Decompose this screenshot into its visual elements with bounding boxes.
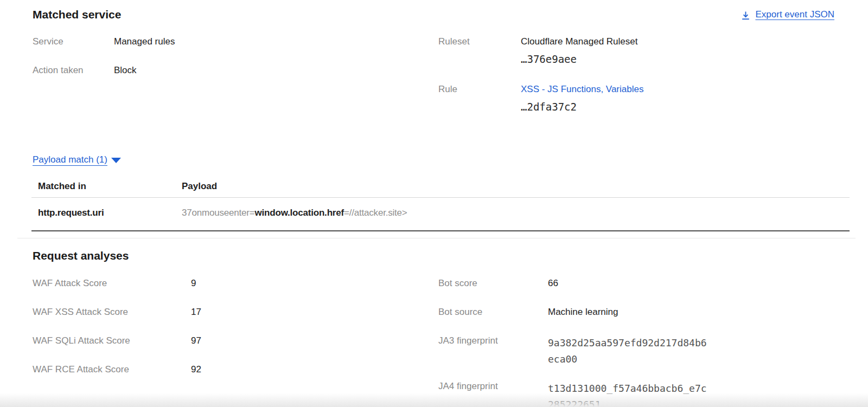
ruleset-row: Ruleset Cloudflare Managed Ruleset …376e…	[438, 36, 850, 66]
rule-row: Rule XSS - JS Functions, Variables …2dfa…	[438, 83, 850, 114]
payload-match-table: Matched in Payload http.request.uri 37on…	[31, 177, 850, 231]
panel-bottom-shadow	[0, 393, 868, 407]
matched-service-section: Service Managed rules Action taken Block…	[0, 36, 868, 131]
waf-sqli-attack-score-value: 97	[191, 335, 201, 347]
waf-xss-attack-score-value: 17	[191, 306, 201, 318]
payload-match-toggle[interactable]: Payload match (1)	[33, 154, 121, 166]
bot-score-row: Bot score 66	[438, 277, 850, 289]
action-taken-row: Action taken Block	[33, 64, 438, 76]
rule-value-block: XSS - JS Functions, Variables …2dfa37c2	[521, 83, 643, 114]
section-divider	[17, 238, 856, 238]
bot-source-row: Bot source Machine learning	[438, 306, 850, 318]
download-icon	[741, 10, 750, 20]
ruleset-name: Cloudflare Managed Ruleset	[521, 36, 637, 48]
service-row: Service Managed rules	[33, 36, 438, 48]
request-analyses-section: WAF Attack Score 9 WAF XSS Attack Score …	[0, 277, 868, 407]
bot-source-label: Bot source	[438, 306, 548, 318]
ja3-fingerprint-row: JA3 fingerprint 9a382d25aa597efd92d217d8…	[438, 335, 850, 367]
waf-sqli-attack-score-label: WAF SQLi Attack Score	[33, 335, 191, 347]
ja3-fingerprint-value: 9a382d25aa597efd92d217d84b6eca00	[548, 335, 709, 367]
payload-highlight: window.location.href	[255, 208, 344, 218]
export-event-json-link[interactable]: Export event JSON	[741, 8, 834, 22]
service-label: Service	[33, 36, 114, 48]
waf-sqli-attack-score-row: WAF SQLi Attack Score 97	[33, 335, 438, 347]
bot-source-value: Machine learning	[548, 306, 618, 318]
waf-rce-attack-score-value: 92	[191, 364, 201, 376]
ja3-fingerprint-label: JA3 fingerprint	[438, 335, 548, 347]
section-title-request-analyses: Request analyses	[33, 248, 868, 263]
export-event-json-label: Export event JSON	[755, 8, 834, 22]
matched-in-value: http.request.uri	[31, 198, 175, 231]
waf-rce-attack-score-label: WAF RCE Attack Score	[33, 364, 191, 376]
waf-attack-score-row: WAF Attack Score 9	[33, 277, 438, 289]
waf-attack-score-label: WAF Attack Score	[33, 277, 191, 289]
payload-table-row: http.request.uri 37onmouseenter=window.l…	[31, 198, 850, 231]
matched-service-right-column: Ruleset Cloudflare Managed Ruleset …376e…	[438, 36, 850, 131]
event-detail-panel: Matched service Export event JSON Servic…	[0, 0, 868, 407]
matched-service-header: Matched service Export event JSON	[0, 0, 868, 22]
matched-in-column-header: Matched in	[31, 177, 175, 198]
bot-score-value: 66	[548, 277, 558, 289]
payload-match-toggle-label: Payload match (1)	[33, 154, 107, 166]
rule-link[interactable]: XSS - JS Functions, Variables	[521, 84, 643, 94]
rule-id: …2dfa37c2	[521, 100, 643, 114]
payload-table-header-row: Matched in Payload	[31, 177, 850, 198]
waf-attack-score-value: 9	[191, 277, 196, 289]
matched-service-left-column: Service Managed rules Action taken Block	[33, 36, 438, 131]
rule-label: Rule	[438, 83, 521, 95]
payload-prefix: 37onmouseenter=	[182, 208, 255, 218]
ja4-fingerprint-label: JA4 fingerprint	[438, 380, 548, 392]
waf-rce-attack-score-row: WAF RCE Attack Score 92	[33, 364, 438, 376]
payload-column-header: Payload	[175, 177, 850, 198]
payload-suffix: =//attacker.site>	[344, 208, 407, 218]
bot-score-label: Bot score	[438, 277, 548, 289]
service-value: Managed rules	[114, 36, 175, 48]
waf-xss-attack-score-row: WAF XSS Attack Score 17	[33, 306, 438, 318]
request-analyses-right-column: Bot score 66 Bot source Machine learning…	[438, 277, 850, 407]
action-taken-label: Action taken	[33, 64, 114, 76]
ruleset-id: …376e9aee	[521, 52, 637, 66]
payload-value: 37onmouseenter=window.location.href=//at…	[175, 198, 850, 231]
caret-down-icon	[111, 158, 121, 163]
ruleset-label: Ruleset	[438, 36, 521, 48]
section-title-matched-service: Matched service	[33, 8, 121, 22]
request-analyses-left-column: WAF Attack Score 9 WAF XSS Attack Score …	[33, 277, 438, 407]
ruleset-value-block: Cloudflare Managed Ruleset …376e9aee	[521, 36, 637, 66]
waf-xss-attack-score-label: WAF XSS Attack Score	[33, 306, 191, 318]
action-taken-value: Block	[114, 64, 137, 76]
